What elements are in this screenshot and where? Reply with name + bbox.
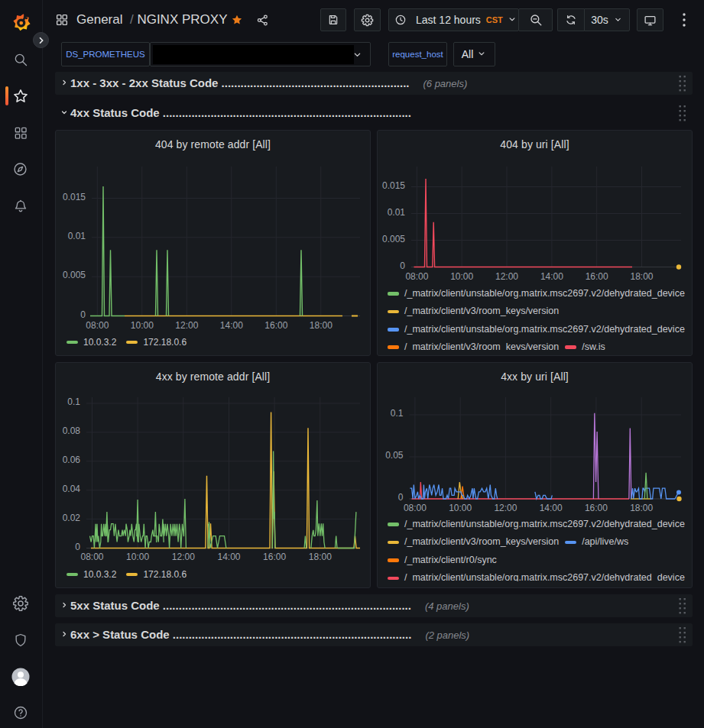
svg-text:0.015: 0.015 (63, 192, 86, 202)
svg-text:0: 0 (75, 542, 80, 552)
svg-text:18:00: 18:00 (309, 552, 332, 562)
svg-text:0.005: 0.005 (63, 270, 86, 280)
svg-text:18:00: 18:00 (630, 271, 653, 282)
svg-text:10:00: 10:00 (449, 503, 472, 513)
svg-text:0.1: 0.1 (391, 408, 404, 419)
svg-text:14:00: 14:00 (540, 271, 563, 282)
svg-text:18:00: 18:00 (630, 503, 653, 513)
svg-text:14:00: 14:00 (217, 552, 240, 562)
svg-text:0: 0 (398, 492, 404, 503)
svg-text:0.08: 0.08 (63, 425, 81, 436)
svg-text:0.005: 0.005 (382, 234, 405, 244)
svg-text:16:00: 16:00 (585, 503, 608, 513)
svg-text:0.1: 0.1 (67, 396, 80, 407)
svg-text:14:00: 14:00 (540, 503, 563, 513)
svg-text:0.04: 0.04 (63, 484, 81, 494)
svg-text:0: 0 (80, 309, 86, 320)
svg-text:12:00: 12:00 (172, 552, 195, 562)
svg-text:10:00: 10:00 (126, 552, 149, 562)
svg-text:18:00: 18:00 (310, 320, 333, 331)
svg-text:0.02: 0.02 (63, 513, 81, 523)
svg-text:12:00: 12:00 (175, 320, 198, 331)
svg-text:16:00: 16:00 (264, 320, 287, 331)
svg-text:10:00: 10:00 (131, 320, 154, 331)
svg-text:08:00: 08:00 (80, 552, 103, 562)
svg-text:12:00: 12:00 (494, 503, 517, 513)
svg-text:14:00: 14:00 (220, 320, 243, 331)
svg-text:08:00: 08:00 (404, 503, 427, 513)
svg-text:0.015: 0.015 (382, 180, 405, 191)
svg-text:0.01: 0.01 (68, 231, 86, 241)
svg-text:16:00: 16:00 (263, 552, 286, 562)
svg-text:0: 0 (400, 260, 405, 271)
svg-text:10:00: 10:00 (450, 271, 473, 282)
svg-text:0.05: 0.05 (385, 450, 404, 461)
svg-text:0.01: 0.01 (388, 207, 406, 218)
svg-text:08:00: 08:00 (405, 271, 428, 282)
svg-text:0.06: 0.06 (63, 455, 81, 465)
svg-text:12:00: 12:00 (495, 271, 518, 282)
svg-text:16:00: 16:00 (586, 271, 608, 282)
svg-text:08:00: 08:00 (86, 320, 109, 331)
